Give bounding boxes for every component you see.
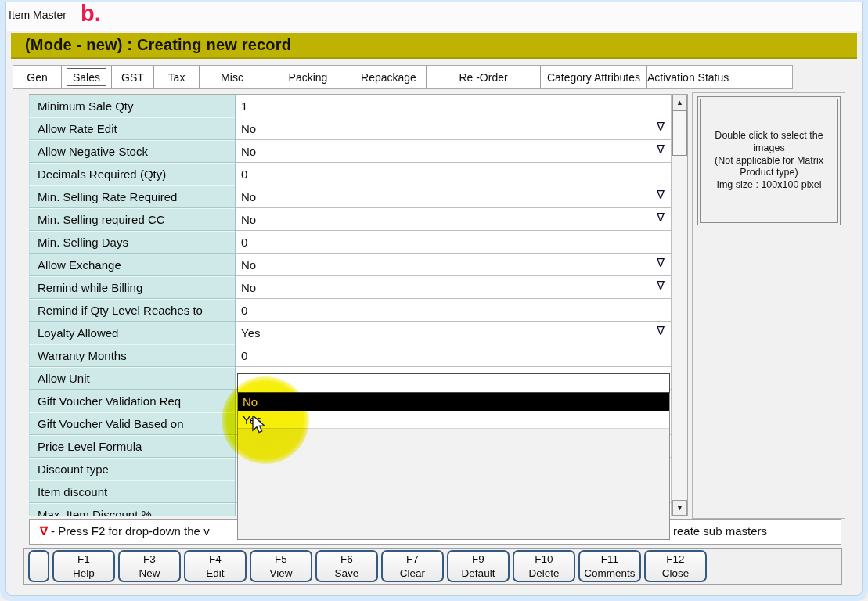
field-value: 0 bbox=[241, 236, 247, 249]
field-value: 1 bbox=[241, 99, 247, 113]
dropdown-edit-box[interactable] bbox=[237, 373, 670, 393]
field-value-cell[interactable]: No ∇ bbox=[235, 140, 672, 163]
image-side-panel: Double click to select the images (Not a… bbox=[692, 92, 845, 519]
window-titlebar: Item Master b. bbox=[0, 0, 868, 31]
dropdown-indicator-icon[interactable]: ∇ bbox=[657, 324, 665, 338]
field-label: Discount type bbox=[29, 458, 235, 480]
field-value-cell[interactable]: No ∇ bbox=[235, 276, 672, 299]
tab[interactable]: Category Attributes bbox=[541, 66, 647, 88]
field-label: Min. Selling Rate Required bbox=[29, 185, 235, 208]
scroll-down-icon[interactable]: ▼ bbox=[672, 500, 687, 516]
scrollbar-thumb[interactable] bbox=[672, 110, 687, 156]
tab[interactable]: GST bbox=[112, 66, 154, 88]
function-label: View bbox=[269, 567, 292, 581]
dropdown-indicator-icon[interactable]: ∇ bbox=[657, 279, 665, 293]
function-button[interactable]: F9 Default bbox=[447, 550, 510, 582]
function-key: F6 bbox=[340, 552, 353, 567]
field-value-cell[interactable]: No ∇ bbox=[235, 208, 672, 231]
field-row: Minimum Sale Qty 1 ∇ bbox=[29, 95, 672, 117]
field-value-cell[interactable]: 0 ∇ bbox=[235, 299, 672, 322]
brand-logo: b. bbox=[81, 1, 101, 27]
field-value-cell[interactable]: No ∇ bbox=[235, 254, 672, 276]
dropdown-indicator-icon[interactable]: ∇ bbox=[657, 188, 665, 202]
field-row: Min. Selling Days 0 ∇ bbox=[29, 231, 672, 254]
field-value-cell[interactable]: 0 ∇ bbox=[235, 231, 672, 254]
field-value-cell[interactable]: No ∇ bbox=[235, 185, 672, 208]
field-label: Allow Rate Edit bbox=[29, 117, 235, 140]
field-value-cell[interactable]: 0 ∇ bbox=[235, 163, 672, 185]
field-label: Allow Unit bbox=[29, 367, 235, 390]
field-value-cell[interactable]: No ∇ bbox=[235, 117, 672, 140]
product-image-dropzone[interactable]: Double click to select the images (Not a… bbox=[697, 96, 841, 225]
field-row: Allow Negative Stock No ∇ bbox=[29, 140, 672, 163]
function-buttons: F1 Help F3 New F4 Edit F5 View bbox=[52, 550, 710, 582]
dropdown-option[interactable]: Yes bbox=[238, 411, 669, 429]
function-button[interactable]: F12 Close bbox=[644, 550, 707, 582]
tab[interactable]: Repackage bbox=[351, 66, 427, 88]
function-key: F9 bbox=[472, 552, 484, 567]
function-button[interactable]: F5 View bbox=[250, 550, 312, 582]
function-key: F7 bbox=[406, 552, 419, 567]
tab-label: Misc bbox=[221, 71, 243, 84]
function-key: F3 bbox=[143, 552, 156, 567]
function-label: Default bbox=[462, 567, 495, 581]
tab-label: Re -Order bbox=[459, 71, 507, 84]
open-dropdown-popup: No Yes bbox=[237, 373, 670, 540]
field-row: Remind if Qty Level Reaches to 0 ∇ bbox=[29, 299, 672, 322]
function-button[interactable]: F4 Edit bbox=[184, 550, 247, 582]
tab[interactable]: Tax bbox=[154, 66, 200, 88]
field-label: Price Level Formula bbox=[29, 435, 235, 458]
function-button[interactable]: F10 Delete bbox=[513, 550, 575, 582]
function-button[interactable]: F11 Comments bbox=[578, 550, 641, 582]
function-label: Edit bbox=[206, 567, 224, 581]
function-button[interactable]: F3 New bbox=[118, 550, 181, 582]
tab[interactable]: Gen bbox=[13, 66, 62, 88]
dropdown-indicator-icon[interactable]: ∇ bbox=[657, 211, 665, 225]
function-key-bar: F1 Help F3 New F4 Edit F5 View bbox=[23, 548, 842, 585]
status-left-text: ∇- Press F2 for drop-down the v bbox=[40, 524, 210, 538]
dropdown-option[interactable]: No bbox=[238, 393, 669, 411]
tab-strip: Gen Sales GST Tax Misc Packing Repacka bbox=[13, 65, 793, 89]
function-button[interactable]: F7 Clear bbox=[381, 550, 444, 582]
field-row: Allow Exchange No ∇ bbox=[29, 254, 672, 276]
tab[interactable]: Misc bbox=[200, 66, 265, 88]
field-value-cell[interactable]: 1 ∇ bbox=[235, 95, 672, 117]
field-label: Min. Selling Days bbox=[29, 231, 235, 254]
image-hint-line: Double click to select the images bbox=[706, 130, 832, 154]
field-value-cell[interactable]: Yes ∇ bbox=[235, 322, 672, 344]
function-label: Clear bbox=[400, 567, 425, 581]
dropdown-indicator-icon[interactable]: ∇ bbox=[657, 142, 665, 157]
grid-scrollbar[interactable]: ▲ ▼ bbox=[672, 94, 688, 516]
field-label: Decimals Required (Qty) bbox=[29, 163, 235, 185]
function-label: New bbox=[139, 567, 160, 581]
field-value: No bbox=[241, 122, 256, 135]
dropdown-indicator-icon[interactable]: ∇ bbox=[657, 256, 665, 270]
function-button[interactable]: F1 Help bbox=[52, 550, 115, 582]
tab-label: Activation Status bbox=[647, 71, 729, 84]
tab-label: Gen bbox=[27, 71, 47, 84]
tab[interactable]: Packing bbox=[265, 66, 351, 88]
dropdown-option-list: No Yes bbox=[237, 393, 670, 540]
field-label: Warranty Months bbox=[29, 344, 235, 367]
tab-label: Packing bbox=[289, 71, 328, 84]
dropdown-indicator-icon[interactable]: ∇ bbox=[657, 120, 665, 134]
tab[interactable]: Activation Status bbox=[647, 66, 729, 88]
image-hint-line: (Not applicable for Matrix Product type) bbox=[706, 155, 832, 179]
tab[interactable]: Sales bbox=[62, 66, 112, 88]
window-title: Item Master bbox=[9, 9, 67, 21]
blank-button[interactable] bbox=[28, 550, 49, 582]
field-value: No bbox=[241, 145, 256, 158]
function-label: Delete bbox=[528, 567, 559, 581]
field-label: Remind if Qty Level Reaches to bbox=[29, 299, 235, 322]
tab[interactable]: Re -Order bbox=[427, 66, 541, 88]
field-value: No bbox=[241, 258, 256, 272]
field-label: Minimum Sale Qty bbox=[29, 95, 235, 117]
function-label: Comments bbox=[584, 567, 635, 581]
field-label: Allow Negative Stock bbox=[29, 140, 235, 163]
field-value-cell[interactable]: 0 ∇ bbox=[235, 344, 672, 367]
function-key: F11 bbox=[601, 552, 618, 567]
field-value: 0 bbox=[241, 167, 247, 181]
function-key: F5 bbox=[275, 552, 287, 567]
scroll-up-icon[interactable]: ▲ bbox=[672, 95, 687, 110]
function-button[interactable]: F6 Save bbox=[315, 550, 378, 582]
